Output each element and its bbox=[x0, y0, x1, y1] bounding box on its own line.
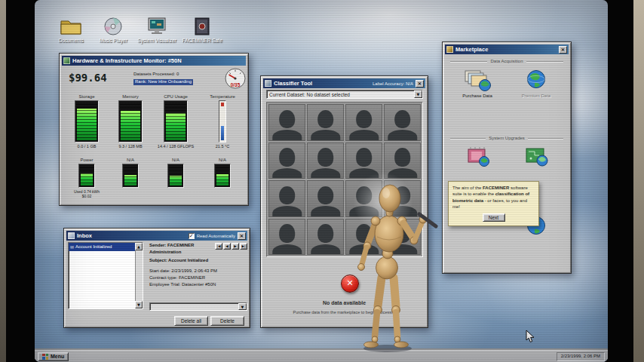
message-nav: |◀ ◀ ▶ ▶| bbox=[215, 243, 247, 250]
face-placeholder-tile bbox=[268, 104, 305, 141]
delete-all-button[interactable]: Delete all bbox=[174, 316, 208, 326]
dataset-selector[interactable]: Current Dataset: No dataset selected ▼ bbox=[266, 90, 423, 99]
inbox-icon bbox=[68, 232, 75, 239]
window-inbox: Inbox ✓ Read Automatically × ✉ Account I… bbox=[63, 228, 250, 328]
envelope-icon: ✉ bbox=[70, 243, 74, 251]
crt-photo-stage: Documents Music Player System Visualizer bbox=[0, 0, 644, 362]
desktop-icon-music-player[interactable]: Music Player bbox=[92, 17, 134, 44]
chip-icon bbox=[464, 145, 491, 169]
empty-state-title: No data available bbox=[261, 300, 428, 305]
folder-icon bbox=[60, 17, 82, 36]
desktop-icon-system-visualizer[interactable]: System Visualizer bbox=[136, 17, 178, 44]
taskbar: Menu 2/23/1999, 2:06 PM bbox=[35, 350, 608, 362]
memory-meter-bar bbox=[118, 100, 143, 143]
previous-message-button[interactable]: ◀ bbox=[223, 243, 231, 250]
message-list: ✉ Account Initialized ▲ ▼ bbox=[68, 242, 143, 309]
last-message-button[interactable]: ▶| bbox=[240, 243, 247, 250]
message-pane: |◀ ◀ ▶ ▶| Sender: FACEMINER Administrati… bbox=[149, 242, 247, 288]
window-marketplace: Marketplace × Data Acquisition Purchase … bbox=[442, 41, 572, 274]
meter-memory: Memory 9.3 / 128 MB bbox=[109, 94, 152, 149]
monitor-bezel-right bbox=[608, 0, 644, 362]
list-item-label: Account Initialized bbox=[75, 243, 112, 251]
classifier-titlebar[interactable]: Classifier Tool Label Accuracy: N/A × bbox=[263, 78, 425, 88]
delete-button[interactable]: Delete bbox=[210, 316, 244, 326]
message-subject: Subject: Account Initialized bbox=[149, 257, 247, 264]
window-classifier: Classifier Tool Label Accuracy: N/A × Cu… bbox=[260, 75, 428, 328]
power-cost-label: $0.02 bbox=[66, 194, 108, 198]
desktop-icon-documents[interactable]: Documents bbox=[50, 17, 92, 44]
marketplace-item-label: Purchase Data bbox=[453, 94, 501, 99]
rank-label: Rank: New Hire Onboarding bbox=[133, 79, 193, 85]
submeter-4: N/A bbox=[201, 158, 244, 188]
reject-button[interactable]: ✕ bbox=[341, 275, 359, 293]
classifier-icon bbox=[265, 80, 271, 87]
scroll-up-button[interactable]: ▲ bbox=[135, 243, 143, 250]
monitor-icon bbox=[146, 17, 168, 36]
scroll-down-button[interactable]: ▼ bbox=[135, 301, 143, 308]
classifier-close-button[interactable]: × bbox=[416, 80, 424, 87]
submeter-2: N/A bbox=[109, 158, 152, 188]
face-grid bbox=[266, 102, 423, 257]
hardware-monitor-titlebar[interactable]: Hardware & Infrastructure Monitor: #50N bbox=[62, 56, 246, 66]
marketplace-item-upgrade-2[interactable] bbox=[512, 145, 560, 170]
desktop: Documents Music Player System Visualizer bbox=[35, 0, 608, 362]
submeter-power: Power Used 0.74 kWh $0.02 bbox=[66, 158, 108, 198]
account-stats: Datasets Processed: 0 Rank: New Hire Onb… bbox=[133, 72, 193, 85]
inbox-close-button[interactable]: × bbox=[238, 232, 246, 240]
desktop-icon-faceminer-safe[interactable]: FACEMINER Safe bbox=[181, 17, 223, 44]
cpu-meter-bar bbox=[164, 100, 188, 143]
face-placeholder-tile bbox=[268, 180, 305, 217]
temperature-thermometer bbox=[219, 100, 226, 143]
face-placeholder-tile bbox=[345, 180, 382, 217]
message-body-line: Employee Trial: Datacenter #50N bbox=[149, 281, 247, 288]
tutorial-tooltip: The aim of the FACEMINER software suite … bbox=[448, 181, 539, 226]
face-placeholder-tile bbox=[345, 143, 382, 179]
globe-icon bbox=[524, 68, 548, 92]
datasets-processed-label: Datasets Processed: 0 bbox=[133, 72, 193, 78]
message-sender: Sender: FACEMINER Administration bbox=[149, 242, 219, 256]
marketplace-titlebar[interactable]: Marketplace × bbox=[445, 44, 569, 54]
list-item-account-initialized[interactable]: ✉ Account Initialized bbox=[69, 243, 135, 251]
quota-gauge: 0/35 bbox=[224, 67, 247, 90]
monitor-bezel-left bbox=[0, 0, 35, 362]
marketplace-item-upgrade-1[interactable] bbox=[453, 145, 501, 170]
next-message-button[interactable]: ▶ bbox=[232, 243, 239, 250]
section-data-acquisition: Data Acquisition bbox=[450, 59, 563, 63]
meter-storage: Storage 0.0 / 1 GB bbox=[66, 94, 108, 149]
board-globe-icon bbox=[523, 145, 550, 169]
face-placeholder-tile bbox=[307, 143, 344, 179]
read-automatically-checkbox[interactable]: ✓ bbox=[189, 233, 195, 239]
dropdown-arrow-icon[interactable]: ▼ bbox=[238, 303, 247, 310]
gauge-value: 0/35 bbox=[231, 82, 241, 87]
face-placeholder-tile bbox=[268, 143, 305, 179]
face-placeholder-tile bbox=[345, 219, 382, 256]
inbox-titlebar[interactable]: Inbox ✓ Read Automatically × bbox=[66, 231, 247, 241]
dataset-dropdown-icon[interactable]: ▼ bbox=[414, 90, 422, 98]
message-body-line: Start date: 2/23/1999, 2:06:43 PM bbox=[149, 268, 247, 275]
next-button[interactable]: Next bbox=[483, 213, 505, 222]
message-attachment-dropdown[interactable]: ▼ bbox=[149, 302, 247, 311]
hardware-monitor-icon bbox=[63, 57, 70, 64]
tooltip-bold: FACEMINER bbox=[483, 186, 509, 190]
balance-display: $99.64 bbox=[69, 72, 107, 84]
mouse-cursor bbox=[526, 330, 535, 343]
marketplace-item-purchase-data[interactable]: Purchase Data bbox=[453, 68, 501, 99]
menu-button[interactable]: Menu bbox=[38, 352, 69, 361]
first-message-button[interactable]: |◀ bbox=[215, 243, 222, 250]
power-meter-bar bbox=[78, 164, 95, 188]
inbox-title: Inbox bbox=[77, 232, 92, 239]
desktop-icon-label: FACEMINER Safe bbox=[181, 38, 223, 44]
taskbar-clock: 2/23/1999, 2:06 PM bbox=[557, 352, 605, 361]
marketplace-item-premium-data[interactable]: Premium Data bbox=[512, 68, 560, 99]
marketplace-close-button[interactable]: × bbox=[559, 46, 567, 54]
message-list-scrollbar[interactable]: ▲ ▼ bbox=[135, 243, 143, 308]
face-placeholder-tile bbox=[345, 104, 382, 141]
face-placeholder-tile bbox=[384, 104, 421, 141]
meter-cpu: CPU Usage 14.4 / 128 GFLOPS bbox=[155, 94, 197, 149]
label-accuracy: Label Accuracy: N/A bbox=[373, 81, 413, 86]
face-placeholder-tile bbox=[384, 180, 421, 217]
classifier-title: Classifier Tool bbox=[274, 80, 312, 87]
cd-icon bbox=[103, 17, 124, 36]
face-placeholder-tile bbox=[268, 219, 305, 256]
storage-meter-bar bbox=[75, 100, 99, 143]
